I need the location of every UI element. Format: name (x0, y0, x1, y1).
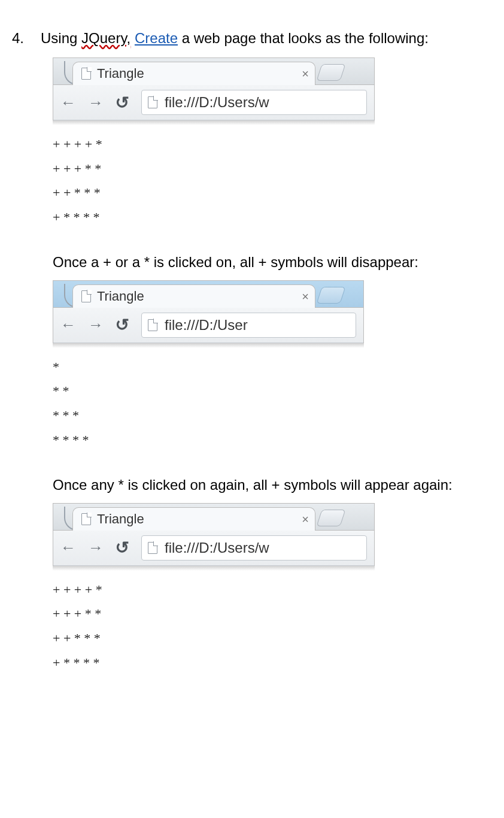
toolbar-shadow (53, 343, 364, 348)
back-button[interactable]: ← (60, 316, 76, 334)
browser-toolbar: ← → ↻ file:///D:/User (53, 308, 363, 343)
tab-strip: Triangle × (53, 281, 363, 308)
browser-tab[interactable]: Triangle × (72, 507, 315, 531)
back-button[interactable]: ← (60, 538, 76, 557)
page-icon (81, 513, 91, 525)
browser-screenshot-2: Triangle × ← → ↻ file:///D:/User (53, 280, 364, 348)
text-jquery: JQuery, (81, 30, 130, 46)
back-button[interactable]: ← (60, 93, 76, 112)
browser-tab[interactable]: Triangle × (72, 284, 315, 308)
page-icon (81, 290, 91, 302)
pattern-output-1: + + + + * + + + * * + + * * * + * * * * (53, 132, 492, 230)
tab-title: Triangle (97, 511, 296, 527)
page-icon (148, 319, 157, 331)
address-bar[interactable]: file:///D:/Users/w (141, 90, 367, 115)
question-text: Using JQuery, Create a web page that loo… (41, 30, 492, 47)
tab-strip: Triangle × (53, 504, 374, 531)
url-text: file:///D:/User (165, 317, 248, 334)
new-tab-button[interactable] (316, 287, 345, 304)
reload-button[interactable]: ↻ (116, 538, 129, 558)
close-tab-icon[interactable]: × (302, 68, 309, 80)
tab-title: Triangle (97, 66, 296, 81)
text-tail: a web page that looks as the following: (178, 30, 429, 46)
question-number: 4. (12, 30, 41, 47)
tab-strip: Triangle × (53, 58, 374, 85)
forward-button[interactable]: → (88, 538, 104, 557)
forward-button[interactable]: → (88, 93, 104, 112)
toolbar-shadow (53, 566, 375, 571)
page-icon (148, 542, 157, 554)
pattern-output-3: + + + + * + + + * * + + * * * + * * * * (53, 578, 492, 675)
browser-screenshot-3: Triangle × ← → ↻ file:///D:/Users/w (53, 503, 375, 571)
caption-2: Once any * is clicked on again, all + sy… (53, 477, 492, 493)
caption-1: Once a + or a * is clicked on, all + sym… (53, 254, 492, 271)
browser-screenshot-1: Triangle × ← → ↻ file:///D:/Users/w (53, 57, 375, 125)
pattern-output-2: * * * * * * * * * * (53, 355, 492, 453)
new-tab-button[interactable] (316, 64, 345, 81)
reload-button[interactable]: ↻ (116, 315, 129, 335)
forward-button[interactable]: → (88, 316, 104, 334)
text-space (130, 30, 135, 46)
page-icon (81, 68, 91, 80)
address-bar[interactable]: file:///D:/Users/w (141, 535, 367, 561)
toolbar-shadow (53, 120, 375, 125)
tab-title: Triangle (97, 289, 296, 304)
url-text: file:///D:/Users/w (165, 540, 269, 556)
reload-button[interactable]: ↻ (116, 93, 129, 113)
browser-tab[interactable]: Triangle × (72, 62, 315, 85)
address-bar[interactable]: file:///D:/User (141, 313, 356, 338)
browser-toolbar: ← → ↻ file:///D:/Users/w (53, 85, 374, 120)
text-lead: Using (41, 30, 81, 46)
new-tab-button[interactable] (316, 510, 345, 526)
url-text: file:///D:/Users/w (165, 94, 269, 111)
page-icon (148, 96, 157, 108)
close-tab-icon[interactable]: × (302, 290, 309, 302)
browser-toolbar: ← → ↻ file:///D:/Users/w (53, 531, 374, 566)
question-line: 4. Using JQuery, Create a web page that … (12, 30, 492, 47)
text-create: Create (135, 30, 178, 46)
close-tab-icon[interactable]: × (302, 513, 309, 525)
